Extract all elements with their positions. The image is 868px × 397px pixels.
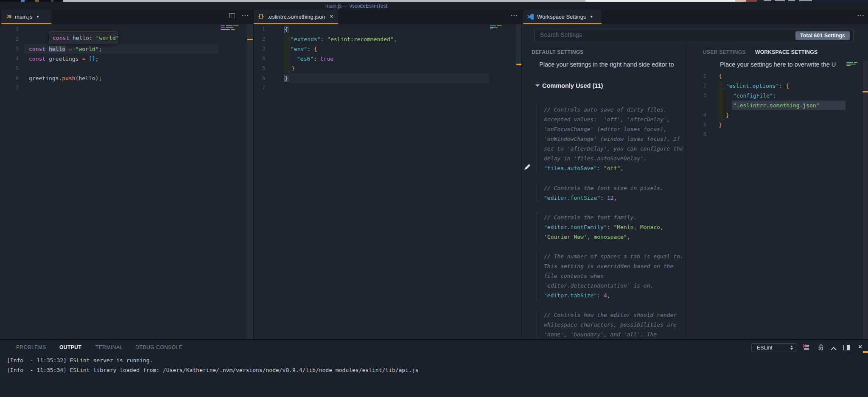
tab-bar <box>0 10 868 24</box>
editor-actions-more-icon[interactable]: ⋯ <box>241 11 249 20</box>
overview-ruler-marker <box>247 39 253 40</box>
unlock-scroll-icon[interactable] <box>818 344 824 352</box>
tooltip-code: const hello: "world" <box>53 35 119 41</box>
tab-workspace-settings[interactable]: Workspace Settings ● <box>523 10 602 23</box>
select-stepper-icon <box>790 346 793 350</box>
default-settings-label: DEFAULT SETTINGS <box>532 49 584 55</box>
dirty-dot-icon: ● <box>36 14 39 19</box>
user-settings-tab[interactable]: USER SETTINGS <box>703 49 746 55</box>
panel-tab-terminal[interactable]: TERMINAL <box>95 344 123 350</box>
default-settings-pane[interactable]: Place your settings in the right hand si… <box>522 59 686 339</box>
output-channel-value: ESLint <box>757 345 790 351</box>
window-title: main.js — vscodeEslintTest <box>229 3 484 9</box>
workspace-settings-code: {"eslint.options": {"configFile":".eslin… <box>686 59 862 339</box>
title-bar: main.js — vscodeEslintTest <box>0 2 868 10</box>
code-area: {"extends": "eslint:recommended","env": … <box>254 24 521 339</box>
default-settings-code: // Controls auto save of dirty files.Acc… <box>522 59 686 339</box>
panel-tab-problems[interactable]: PROBLEMS <box>16 344 46 350</box>
overview-ruler-marker <box>863 351 868 353</box>
settings-count-badge: Total 601 Settings <box>795 31 850 40</box>
bottom-panel: PROBLEMS OUTPUT TERMINAL DEBUG CONSOLE [… <box>0 339 868 397</box>
editor-main-js[interactable]: 1234567 const hello = "world";const gree… <box>0 24 253 339</box>
output-line: [Info - 11:35:34] ESLint library loaded … <box>7 367 419 373</box>
hover-tooltip: const hello: "world" <box>49 31 118 44</box>
output-channel-select[interactable]: ESLint <box>751 343 796 352</box>
close-tab-icon[interactable]: ✕ <box>329 14 333 20</box>
panel-tab-output[interactable]: OUTPUT <box>59 344 81 350</box>
tab-label: Workspace Settings <box>537 14 586 20</box>
tab-main-js[interactable]: JS main.js ● <box>1 10 51 23</box>
editor-eslintrc-json[interactable]: 1234567 {"extends": "eslint:recommended"… <box>254 24 521 339</box>
scrollbar[interactable] <box>516 24 521 66</box>
overview-ruler-marker <box>516 64 521 65</box>
split-editor-icon[interactable] <box>229 13 235 18</box>
panel-tab-debug-console[interactable]: DEBUG CONSOLE <box>135 344 182 350</box>
code-area: const hello = "world";const greetings = … <box>0 24 253 339</box>
dirty-dot-icon: ● <box>590 14 592 19</box>
clear-output-icon[interactable] <box>803 344 809 352</box>
javascript-file-icon: JS <box>6 14 11 19</box>
json-file-icon: {} <box>258 14 264 20</box>
tab-label: .eslintrc.something.json <box>267 14 325 20</box>
vscode-window: main.js — vscodeEslintTest JS main.js ● … <box>0 0 868 397</box>
tab-label: main.js <box>15 14 32 20</box>
close-panel-icon[interactable]: ✕ <box>858 344 862 350</box>
workspace-settings-tab[interactable]: WORKSPACE SETTINGS <box>755 49 818 55</box>
scrollbar[interactable] <box>862 61 868 339</box>
workspace-settings-pane[interactable]: Place your settings here to overwrite th… <box>686 59 862 339</box>
tab-eslintrc-json[interactable]: {} .eslintrc.something.json ✕ <box>254 10 338 23</box>
editor-actions-more-icon[interactable]: ⋯ <box>510 11 518 20</box>
scrollbar[interactable] <box>247 24 253 339</box>
maximize-panel-chevron-icon[interactable] <box>830 345 837 352</box>
editor-actions-more-icon[interactable]: ⋯ <box>857 11 865 20</box>
move-panel-icon[interactable] <box>843 345 850 350</box>
search-placeholder: Search Settings <box>540 29 582 41</box>
vscode-settings-icon <box>527 14 534 20</box>
output-line: [Info - 11:35:32] ESLint server is runni… <box>7 357 153 363</box>
overview-ruler-marker <box>862 91 868 92</box>
